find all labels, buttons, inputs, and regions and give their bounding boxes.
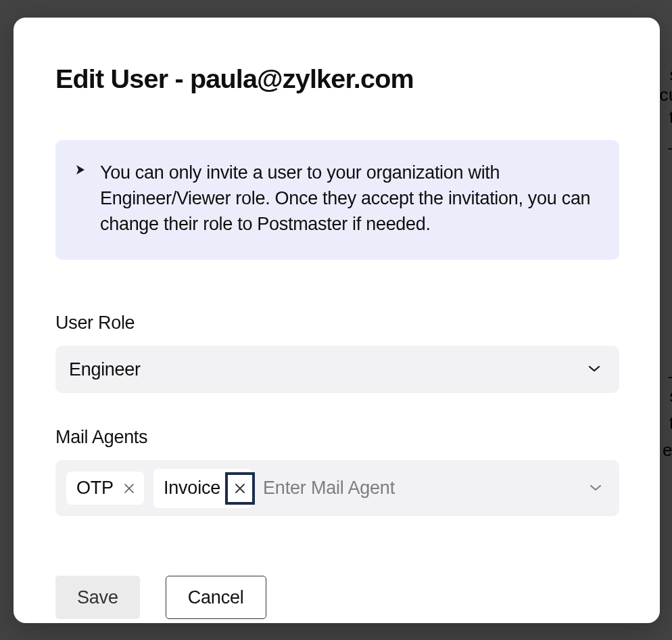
bg-fragment: ti — [669, 107, 672, 128]
cancel-button[interactable]: Cancel — [166, 576, 266, 619]
mail-agent-tag-otp: OTP — [66, 472, 144, 505]
bg-fragment: s — [670, 64, 673, 85]
mail-agents-label: Mail Agents — [55, 427, 619, 448]
user-role-value: Engineer — [69, 359, 141, 380]
chevron-down-icon — [590, 482, 602, 495]
bg-fragment: cu — [660, 85, 672, 106]
mail-agent-tag-label: Invoice — [164, 478, 220, 499]
notice-text: You can only invite a user to your organ… — [100, 160, 600, 237]
remove-tag-button[interactable] — [121, 480, 137, 497]
mail-agents-select[interactable]: OTP Invoice — [55, 460, 619, 516]
user-role-field: User Role Engineer — [55, 313, 619, 393]
bg-fragment: _ — [669, 130, 672, 151]
bg-fragment: ti — [669, 413, 672, 434]
modal-title: Edit User - paula@zylker.com — [55, 64, 619, 94]
bg-fragment: er — [663, 440, 672, 461]
notice-banner: You can only invite a user to your organ… — [55, 140, 619, 260]
arrow-right-icon — [74, 164, 87, 179]
bg-fragment: s — [670, 386, 673, 407]
modal-actions: Save Cancel — [55, 576, 619, 619]
mail-agent-tag-invoice: Invoice — [153, 469, 252, 508]
mail-agent-tag-label: OTP — [76, 478, 114, 499]
chevron-down-icon — [588, 363, 600, 375]
edit-user-modal: Edit User - paula@zylker.com You can onl… — [14, 18, 660, 623]
user-role-select[interactable]: Engineer — [55, 346, 619, 393]
save-button[interactable]: Save — [55, 576, 140, 619]
mail-agent-input[interactable] — [262, 474, 580, 503]
mail-agents-field: Mail Agents OTP Invoice — [55, 427, 619, 516]
bg-fragment: _ — [669, 359, 672, 380]
remove-tag-button[interactable] — [228, 475, 252, 502]
user-role-label: User Role — [55, 313, 619, 334]
